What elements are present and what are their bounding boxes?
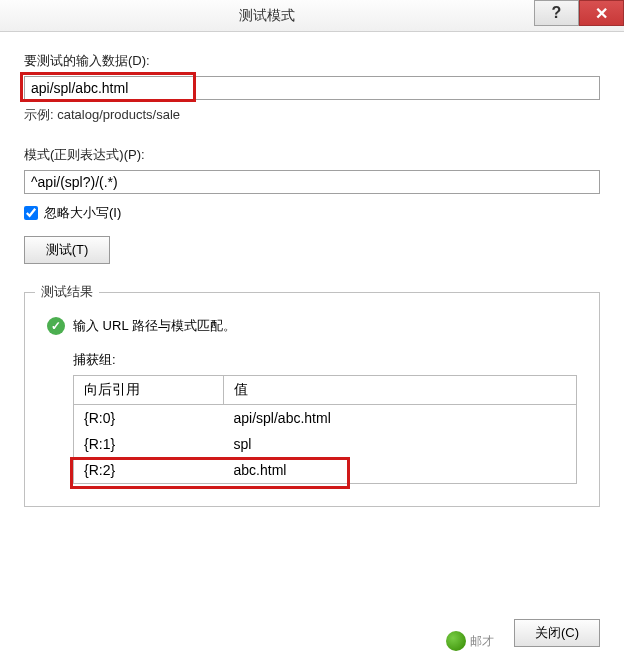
col-backref: 向后引用 [74,376,224,405]
close-window-button[interactable]: ✕ [579,0,624,26]
ignore-case-label: 忽略大小写(I) [44,204,121,222]
capture-table: 向后引用 值 {R:0} api/spl/abc.html {R:1} spl … [73,375,577,484]
results-fieldset: 测试结果 ✓ 输入 URL 路径与模式匹配。 捕获组: 向后引用 值 {R:0}… [24,292,600,507]
input-data-field[interactable] [24,76,600,100]
results-legend: 测试结果 [35,283,99,301]
cell-val: spl [224,431,577,457]
window-title: 测试模式 [0,7,534,25]
close-button[interactable]: 关闭(C) [514,619,600,647]
title-bar: 测试模式 ? ✕ [0,0,624,32]
cell-val: abc.html [224,457,577,484]
table-row: {R:0} api/spl/abc.html [74,405,577,432]
window-controls: ? ✕ [534,0,624,31]
capture-groups-label: 捕获组: [73,351,577,369]
ignore-case-checkbox[interactable] [24,206,38,220]
col-value: 值 [224,376,577,405]
match-result-row: ✓ 输入 URL 路径与模式匹配。 [47,317,577,335]
watermark: 邮才 [446,631,494,651]
match-result-text: 输入 URL 路径与模式匹配。 [73,317,236,335]
table-row: {R:1} spl [74,431,577,457]
cell-ref: {R:1} [74,431,224,457]
pattern-label: 模式(正则表达式)(P): [24,146,600,164]
input-data-label: 要测试的输入数据(D): [24,52,600,70]
table-row: {R:2} abc.html [74,457,577,484]
test-button[interactable]: 测试(T) [24,236,110,264]
success-check-icon: ✓ [47,317,65,335]
cell-val: api/spl/abc.html [224,405,577,432]
pattern-field[interactable] [24,170,600,194]
help-button[interactable]: ? [534,0,579,26]
watermark-icon [446,631,466,651]
ignore-case-row: 忽略大小写(I) [24,204,600,222]
watermark-text: 邮才 [470,633,494,650]
dialog-body: 要测试的输入数据(D): 示例: catalog/products/sale 模… [0,32,624,521]
example-text: 示例: catalog/products/sale [24,106,600,124]
capture-table-wrap: 向后引用 值 {R:0} api/spl/abc.html {R:1} spl … [73,375,577,484]
cell-ref: {R:0} [74,405,224,432]
cell-ref: {R:2} [74,457,224,484]
footer: 关闭(C) [514,619,600,647]
